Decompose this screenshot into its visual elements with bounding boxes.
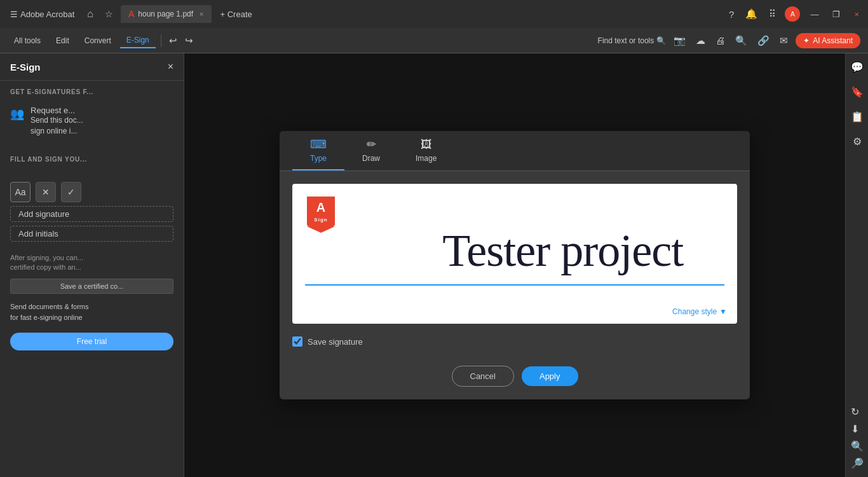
- signature-text[interactable]: Tester project: [442, 225, 683, 277]
- save-signature-checkbox[interactable]: [292, 336, 302, 347]
- app-title-label: Adobe Acrobat: [20, 10, 74, 19]
- print-icon[interactable]: 🖨: [713, 32, 728, 48]
- close-window-button[interactable]: ×: [850, 7, 863, 22]
- cloud-icon[interactable]: ☁: [693, 32, 708, 49]
- signature-tabs: ⌨ Type ✏ Draw 🖼 Image: [280, 131, 750, 171]
- menu-button[interactable]: ☰ Adobe Acrobat: [5, 7, 79, 22]
- zoom-in-icon[interactable]: 🔍: [848, 438, 866, 455]
- panel-header: E-Sign ×: [0, 53, 184, 81]
- get-signatures-section: GET E-SIGNATURES F... 👥 Request e... Sen…: [0, 81, 184, 148]
- download-icon[interactable]: ⬇: [848, 420, 866, 438]
- tab-close-icon[interactable]: ×: [200, 10, 203, 18]
- notification-icon[interactable]: 🔔: [743, 6, 760, 22]
- link-icon[interactable]: 🔗: [755, 32, 772, 49]
- search-icon: 🔍: [656, 36, 666, 45]
- toolbar-right: Find text or tools 🔍 📷 ☁ 🖨 🔍 🔗 ✉ ✦ AI As…: [598, 32, 860, 49]
- toolbar-esign[interactable]: E-Sign: [120, 33, 156, 48]
- top-bar: ☰ Adobe Acrobat ⌂ ☆ A houn page 1.pdf × …: [0, 0, 868, 28]
- refresh-icon[interactable]: ↻: [848, 403, 866, 420]
- add-initials-row: Add initials: [10, 226, 173, 242]
- tab-draw[interactable]: ✏ Draw: [344, 131, 398, 170]
- home-button[interactable]: ⌂: [83, 6, 97, 22]
- adobe-logo: A: [316, 200, 325, 215]
- apply-button[interactable]: Apply: [522, 366, 578, 386]
- request-title: Request e...: [31, 106, 83, 115]
- bookmark-rail-icon[interactable]: 🔖: [848, 83, 866, 100]
- scan-icon[interactable]: 📷: [671, 32, 688, 49]
- add-signature-row: Add signature: [10, 206, 173, 222]
- signature-modal: ⌨ Type ✏ Draw 🖼 Image: [280, 131, 750, 399]
- request-esignatures-item[interactable]: 👥 Request e... Send this doc...sign onli…: [10, 102, 173, 141]
- fill-sign-actions: Aa ✕ ✓ Add signature Add initials: [0, 177, 184, 247]
- modal-overlay: ⌨ Type ✏ Draw 🖼 Image: [184, 53, 845, 477]
- cancel-button[interactable]: Cancel: [452, 366, 514, 387]
- send-docs-text: Send documents & formsfor fast e-signing…: [0, 294, 184, 330]
- save-signature-label: Save signature: [308, 337, 363, 347]
- settings-rail-icon[interactable]: ⚙: [850, 133, 864, 150]
- toolbar-convert[interactable]: Convert: [78, 34, 118, 48]
- hamburger-icon: ☰: [10, 10, 18, 19]
- toolbar-edit[interactable]: Edit: [50, 34, 76, 48]
- signature-canvas: A Sign Tester project Change style ▼: [292, 184, 737, 324]
- ai-icon: ✦: [803, 36, 810, 45]
- add-tab-button[interactable]: + Create: [215, 7, 257, 22]
- find-tools[interactable]: Find text or tools 🔍: [598, 36, 667, 45]
- add-tab-label: + Create: [220, 10, 252, 19]
- share-icon[interactable]: ✉: [777, 32, 790, 49]
- main-layout: E-Sign × GET E-SIGNATURES F... 👥 Request…: [0, 53, 868, 477]
- check-tool-button[interactable]: ✓: [61, 182, 81, 202]
- adobe-badge: A Sign: [305, 197, 337, 226]
- top-bar-left: ☰ Adobe Acrobat ⌂ ☆ A houn page 1.pdf × …: [5, 5, 724, 23]
- zoom-out-icon[interactable]: 🔎: [848, 455, 866, 472]
- toolbar-all-tools[interactable]: All tools: [8, 34, 47, 48]
- type-label: Type: [310, 154, 327, 163]
- pdf-tab[interactable]: A houn page 1.pdf ×: [121, 5, 212, 23]
- help-icon[interactable]: ?: [726, 6, 736, 22]
- fill-sign-label: FILL AND SIGN YOU...: [10, 156, 173, 163]
- get-signatures-label: GET E-SIGNATURES F...: [10, 88, 173, 95]
- panel-close-button[interactable]: ×: [168, 61, 173, 73]
- clipboard-icon[interactable]: 📋: [848, 108, 866, 125]
- image-label: Image: [416, 154, 437, 163]
- image-icon: 🖼: [421, 138, 432, 151]
- tab-image[interactable]: 🖼 Image: [398, 132, 454, 170]
- save-signature-row: Save signature: [280, 336, 750, 357]
- bookmark-icon[interactable]: ☆: [101, 6, 117, 22]
- panel-title: E-Sign: [10, 62, 41, 73]
- minimize-button[interactable]: —: [806, 7, 822, 22]
- toolbar-separator: [161, 34, 161, 47]
- after-signing-note: After signing, you can...certified copy …: [0, 247, 184, 279]
- text-tool-button[interactable]: Aa: [10, 182, 31, 202]
- apps-icon[interactable]: ⠿: [766, 6, 778, 22]
- avatar[interactable]: A: [785, 6, 800, 22]
- main-content: ⌨ Type ✏ Draw 🖼 Image: [184, 53, 845, 477]
- adobe-flag: A Sign: [307, 197, 335, 226]
- add-initials-button[interactable]: Add initials: [10, 226, 173, 242]
- rail-bottom: ↻ ⬇ 🔍 🔎: [848, 403, 866, 472]
- modal-button-row: Cancel Apply: [280, 357, 750, 399]
- ai-assistant-button[interactable]: ✦ AI Assistant: [796, 33, 860, 48]
- ai-assistant-label: AI Assistant: [813, 36, 853, 45]
- change-style-label: Change style: [672, 307, 717, 316]
- find-label: Find text or tools: [598, 36, 654, 45]
- maximize-button[interactable]: ❐: [829, 7, 844, 22]
- action-row-icons: Aa ✕ ✓: [10, 182, 173, 202]
- cross-tool-button[interactable]: ✕: [36, 182, 56, 202]
- request-desc: Send this doc...sign online i...: [31, 115, 83, 137]
- undo-button[interactable]: ↩: [166, 32, 180, 49]
- signature-baseline: [305, 284, 724, 286]
- request-icon: 👥: [10, 107, 24, 121]
- draw-label: Draw: [362, 154, 380, 163]
- comments-icon[interactable]: 💬: [848, 59, 866, 76]
- free-trial-button[interactable]: Free trial: [10, 333, 173, 350]
- right-rail: 💬 🔖 📋 ⚙ ↻ ⬇ 🔍 🔎: [845, 53, 868, 477]
- request-text: Request e... Send this doc...sign online…: [31, 106, 83, 137]
- fill-sign-section: FILL AND SIGN YOU...: [0, 148, 184, 177]
- redo-button[interactable]: ↪: [182, 32, 196, 49]
- add-signature-button[interactable]: Add signature: [10, 206, 173, 222]
- adobe-sign-label: Sign: [314, 217, 327, 223]
- change-style-button[interactable]: Change style ▼: [672, 307, 727, 316]
- tab-type[interactable]: ⌨ Type: [292, 131, 344, 170]
- zoom-icon[interactable]: 🔍: [733, 32, 750, 49]
- save-certified-button[interactable]: Save a certified co...: [10, 279, 173, 294]
